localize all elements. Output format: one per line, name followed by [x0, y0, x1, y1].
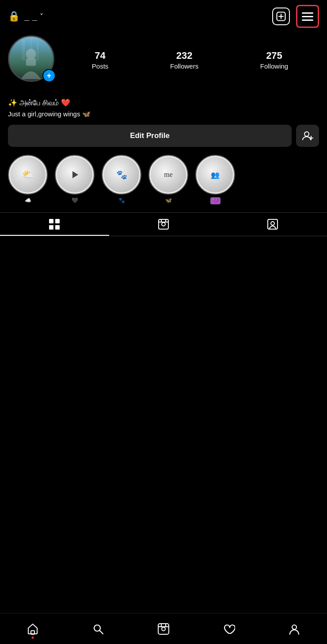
- highlight-inner-5: 👥: [198, 157, 233, 192]
- highlight-label-5: 💜: [210, 197, 221, 204]
- bio-tagline: Just a girl,growing wings 🦋: [8, 109, 319, 119]
- action-buttons: Edit Profile: [0, 125, 327, 155]
- edit-profile-button[interactable]: Edit Profile: [8, 125, 292, 147]
- bottom-nav: [0, 613, 327, 644]
- highlight-item-4[interactable]: me 🦋: [148, 155, 188, 204]
- friends-icon: 👥: [211, 171, 220, 179]
- highlight-label-2: 🖤: [72, 197, 78, 203]
- highlight-label-3: 🐾: [118, 197, 125, 203]
- content-area: [0, 236, 327, 484]
- highlight-inner-2: [57, 157, 92, 192]
- tab-tagged[interactable]: [218, 213, 327, 236]
- profile-top-row: + 74 Posts 232 Followers 275 Following: [8, 35, 319, 84]
- home-icon: [27, 623, 39, 635]
- top-bar-left: 🔒 _ _ ˅: [8, 11, 43, 22]
- add-person-button[interactable]: [296, 125, 319, 147]
- following-label: Following: [260, 62, 288, 70]
- tabs-row: [0, 212, 327, 236]
- play-icon: [68, 169, 81, 181]
- reels-icon: [158, 218, 169, 230]
- tagged-icon: [267, 218, 278, 230]
- profile-section: + 74 Posts 232 Followers 275 Following: [0, 31, 327, 98]
- bio-section: ✨ அன்பே சிவம் ❤️ Just a girl,growing win…: [0, 98, 327, 125]
- highlight-circle-1[interactable]: ⛅: [8, 155, 48, 195]
- svg-rect-4: [22, 39, 25, 60]
- following-count: 275: [266, 50, 282, 61]
- tab-grid[interactable]: [0, 213, 109, 236]
- bio-name-line: ✨ அன்பே சிவம் ❤️: [8, 98, 319, 107]
- menu-line-3: [302, 19, 313, 21]
- top-bar-right: [272, 5, 319, 28]
- nav-home-dot: [32, 636, 34, 639]
- svg-rect-13: [49, 219, 53, 223]
- me-text: me: [164, 171, 173, 179]
- svg-point-23: [271, 222, 274, 225]
- highlight-circle-2[interactable]: [55, 155, 95, 195]
- svg-rect-8: [26, 58, 36, 66]
- top-bar: 🔒 _ _ ˅: [0, 0, 327, 31]
- highlight-label-4: 🦋: [165, 197, 172, 203]
- highlight-label-1: ☁️: [25, 197, 31, 203]
- nav-home[interactable]: [19, 616, 46, 642]
- reels-nav-icon: [157, 623, 170, 635]
- svg-marker-12: [72, 171, 78, 178]
- highlights-section: ⛅ ☁️ 🖤 🐾 🐾 me 🦋: [0, 155, 327, 212]
- chevron-down-icon[interactable]: ˅: [40, 12, 43, 21]
- plus-square-icon: [276, 12, 286, 21]
- username-row: _ _ ˅: [24, 12, 43, 22]
- nav-search[interactable]: [85, 616, 111, 642]
- followers-label: Followers: [170, 62, 198, 70]
- highlight-circle-5[interactable]: 👥: [195, 155, 235, 195]
- followers-stat[interactable]: 232 Followers: [170, 50, 198, 70]
- highlight-inner-3: 🐾: [104, 157, 139, 192]
- svg-rect-5: [30, 38, 32, 63]
- svg-point-7: [26, 49, 36, 60]
- svg-rect-22: [268, 219, 278, 229]
- nav-reels[interactable]: [150, 616, 177, 642]
- highlight-circle-4[interactable]: me: [148, 155, 188, 195]
- highlight-item-5[interactable]: 👥 💜: [195, 155, 235, 204]
- tab-reels[interactable]: [109, 213, 218, 236]
- stats-row: 74 Posts 232 Followers 275 Following: [61, 50, 319, 70]
- highlight-inner-1: ⛅: [10, 157, 46, 192]
- add-story-button[interactable]: +: [42, 69, 56, 82]
- paw-icon: 🐾: [116, 169, 127, 180]
- highlight-inner-4: me: [151, 157, 186, 192]
- followers-count: 232: [176, 50, 193, 61]
- grid-icon: [49, 218, 60, 230]
- posts-label: Posts: [92, 62, 109, 70]
- search-icon: [92, 623, 104, 635]
- svg-point-18: [162, 222, 165, 226]
- highlight-circle-3[interactable]: 🐾: [102, 155, 141, 195]
- nav-likes[interactable]: [216, 616, 242, 642]
- cloud-icon: ⛅: [22, 169, 34, 180]
- nav-profile[interactable]: [281, 616, 308, 642]
- posts-count: 74: [95, 50, 105, 61]
- posts-stat[interactable]: 74 Posts: [92, 50, 109, 70]
- svg-point-9: [304, 132, 309, 136]
- svg-point-28: [162, 627, 165, 631]
- menu-line-1: [302, 12, 313, 14]
- username: _ _: [24, 12, 37, 22]
- svg-rect-16: [55, 225, 60, 230]
- sparkle-icon: ✨: [8, 99, 17, 107]
- svg-rect-14: [55, 219, 60, 223]
- highlight-item-2[interactable]: 🖤: [55, 155, 95, 204]
- bio-name: அன்பே சிவம் ❤️: [19, 99, 70, 107]
- lock-icon: 🔒: [8, 11, 20, 22]
- menu-line-2: [302, 16, 313, 17]
- avatar-wrapper: +: [8, 35, 57, 84]
- profile-icon: [288, 623, 300, 635]
- svg-rect-17: [159, 219, 168, 229]
- svg-point-32: [292, 625, 297, 629]
- menu-button[interactable]: [296, 5, 319, 28]
- following-stat[interactable]: 275 Following: [260, 50, 288, 70]
- svg-rect-15: [49, 225, 53, 230]
- create-button[interactable]: [272, 8, 290, 25]
- highlight-item-1[interactable]: ⛅ ☁️: [8, 155, 48, 204]
- svg-rect-27: [158, 624, 169, 634]
- svg-line-26: [100, 630, 103, 634]
- highlight-item-3[interactable]: 🐾 🐾: [102, 155, 141, 204]
- add-person-icon: [302, 130, 313, 142]
- svg-rect-6: [36, 42, 39, 60]
